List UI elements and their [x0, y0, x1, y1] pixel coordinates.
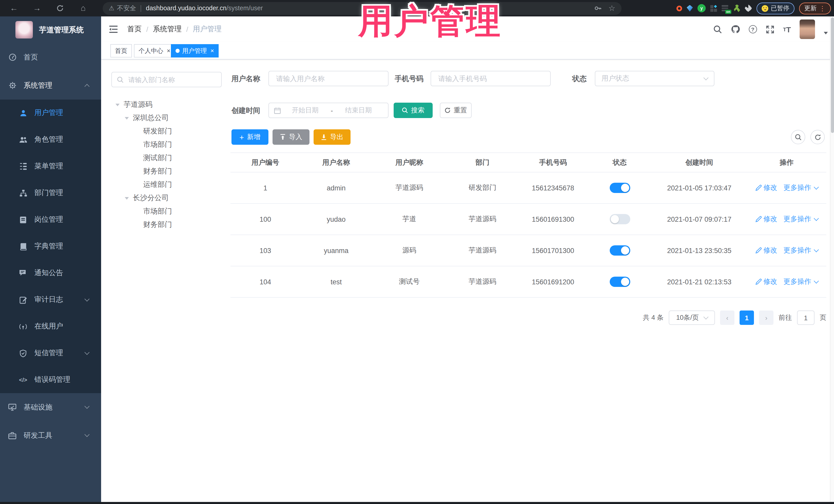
browser-menu-kebab-icon[interactable]: ⋮: [819, 4, 826, 12]
edit-link[interactable]: 修改: [755, 277, 777, 286]
extension-green-icon[interactable]: y: [698, 4, 706, 12]
help-icon[interactable]: ?: [749, 25, 757, 34]
toggle-search-button[interactable]: [791, 130, 805, 144]
extension-grid-icon[interactable]: [710, 5, 717, 12]
sidebar-item-user-mgmt[interactable]: 用户管理: [0, 100, 101, 126]
sidebar-item-menu-mgmt[interactable]: 菜单管理: [0, 153, 101, 180]
tree-node[interactable]: 芋道源码: [111, 98, 224, 111]
edit-link[interactable]: 修改: [755, 183, 777, 193]
caret-down-icon[interactable]: [125, 197, 133, 199]
extension-figure-icon[interactable]: [734, 4, 740, 12]
close-icon[interactable]: ×: [167, 48, 170, 54]
status-toggle[interactable]: [610, 277, 630, 287]
edit-link[interactable]: 修改: [755, 215, 777, 224]
sidebar-collapse-icon[interactable]: [108, 24, 118, 35]
edit-link[interactable]: 修改: [755, 246, 777, 255]
extension-ring-icon[interactable]: [676, 5, 682, 11]
status-toggle[interactable]: [610, 214, 630, 224]
font-size-icon[interactable]: TT: [783, 25, 791, 34]
import-button[interactable]: 导入: [272, 129, 309, 145]
sidebar-item-dept-mgmt[interactable]: 部门管理: [0, 180, 101, 206]
current-page-button[interactable]: 1: [740, 310, 754, 325]
cell-username: admin: [300, 184, 372, 192]
mobile-field[interactable]: [431, 71, 551, 86]
sidebar-item-home[interactable]: 首页: [0, 43, 101, 71]
sidebar-item-label: 岗位管理: [35, 215, 63, 224]
bookmark-star-icon[interactable]: ☆: [609, 4, 615, 13]
tab-profile[interactable]: 个人中心 ×: [134, 44, 175, 58]
add-button[interactable]: + 新增: [232, 129, 268, 145]
tree-node[interactable]: 财务部门: [111, 165, 224, 178]
end-date-placeholder[interactable]: 结束日期: [334, 106, 383, 115]
sidebar-item-dev-tools[interactable]: 研发工具: [0, 421, 101, 450]
cell-nickname: 测试号: [372, 277, 446, 286]
extension-pinwheel-icon[interactable]: [745, 5, 752, 12]
username-input[interactable]: [275, 74, 382, 83]
goto-page-input[interactable]: [797, 310, 814, 325]
more-actions-link[interactable]: 更多操作: [784, 277, 818, 286]
more-actions-link[interactable]: 更多操作: [784, 183, 818, 193]
more-actions-link[interactable]: 更多操作: [784, 246, 818, 255]
tree-node[interactable]: 测试部门: [111, 151, 224, 165]
create-time-range-picker[interactable]: 开始日期 - 结束日期: [268, 103, 389, 118]
tab-user-mgmt[interactable]: 用户管理 ×: [171, 44, 219, 58]
browser-forward-icon[interactable]: →: [29, 0, 45, 17]
more-actions-link[interactable]: 更多操作: [784, 215, 818, 224]
sidebar-item-sms-mgmt[interactable]: 短信管理: [0, 340, 101, 367]
caret-down-icon[interactable]: [115, 104, 124, 106]
avatar-caret-icon[interactable]: [824, 31, 828, 34]
status-select[interactable]: 用户状态: [595, 71, 715, 86]
breadcrumb-home[interactable]: 首页: [127, 25, 142, 34]
tree-node[interactable]: 财务部门: [111, 218, 224, 232]
page-size-select[interactable]: 10条/页: [669, 310, 715, 325]
app-logo-row[interactable]: 芋道管理系统: [0, 17, 101, 43]
sidebar-item-infrastructure[interactable]: 基础设施: [0, 393, 101, 421]
page-scrollbar[interactable]: [830, 17, 834, 504]
username-field[interactable]: [268, 71, 389, 86]
status-toggle[interactable]: [610, 245, 630, 256]
browser-home-icon[interactable]: ⌂: [75, 0, 91, 17]
sidebar-item-role-mgmt[interactable]: 角色管理: [0, 126, 101, 153]
extension-list-icon[interactable]: on: [722, 5, 729, 12]
password-key-icon[interactable]: [594, 5, 601, 12]
status-toggle[interactable]: [610, 183, 630, 193]
start-date-placeholder[interactable]: 开始日期: [281, 106, 330, 115]
breadcrumb-system[interactable]: 系统管理: [153, 25, 182, 34]
scrollbar-thumb[interactable]: [831, 18, 834, 133]
tree-node[interactable]: 市场部门: [111, 138, 224, 151]
refresh-table-button[interactable]: [810, 130, 825, 144]
tree-node[interactable]: 研发部门: [111, 125, 224, 138]
tree-node[interactable]: 市场部门: [111, 205, 224, 218]
fullscreen-icon[interactable]: [766, 25, 774, 34]
sidebar-item-errorcode-mgmt[interactable]: </> 错误码管理: [0, 367, 101, 393]
browser-update-button[interactable]: 更新 ⋮: [799, 2, 831, 14]
sidebar-item-post-mgmt[interactable]: 岗位管理: [0, 206, 101, 233]
tab-home[interactable]: 首页: [110, 44, 132, 58]
column-header: 创建时间: [652, 158, 747, 167]
sidebar-item-audit-log[interactable]: 审计日志: [0, 286, 101, 313]
extension-gem-icon[interactable]: [687, 5, 693, 12]
sidebar-item-notice[interactable]: 通知公告: [0, 260, 101, 286]
github-icon[interactable]: [730, 25, 740, 34]
paused-extension-pill[interactable]: 已暂停: [756, 2, 794, 14]
header-search-icon[interactable]: [713, 25, 722, 34]
search-button[interactable]: 搜索: [394, 103, 433, 118]
dept-search-box[interactable]: [111, 72, 222, 87]
tree-node[interactable]: 长沙分公司: [111, 192, 224, 205]
browser-reload-icon[interactable]: [52, 0, 68, 17]
sidebar-item-system[interactable]: 系统管理: [0, 71, 101, 100]
sidebar-item-online-users[interactable]: 在线用户: [0, 313, 101, 340]
mobile-input[interactable]: [437, 74, 544, 83]
close-icon[interactable]: ×: [211, 48, 214, 54]
next-page-button[interactable]: ›: [759, 310, 773, 325]
caret-down-icon[interactable]: [125, 117, 133, 119]
export-button[interactable]: 导出: [313, 129, 351, 145]
prev-page-button[interactable]: ‹: [720, 310, 734, 325]
browser-back-icon[interactable]: ←: [6, 0, 22, 17]
tree-node[interactable]: 运维部门: [111, 178, 224, 192]
dept-search-input[interactable]: [127, 75, 216, 84]
tree-node[interactable]: 深圳总公司: [111, 111, 224, 125]
sidebar-item-dict-mgmt[interactable]: 字典管理: [0, 233, 101, 260]
reset-button[interactable]: 重置: [440, 103, 471, 118]
avatar[interactable]: [799, 20, 815, 39]
